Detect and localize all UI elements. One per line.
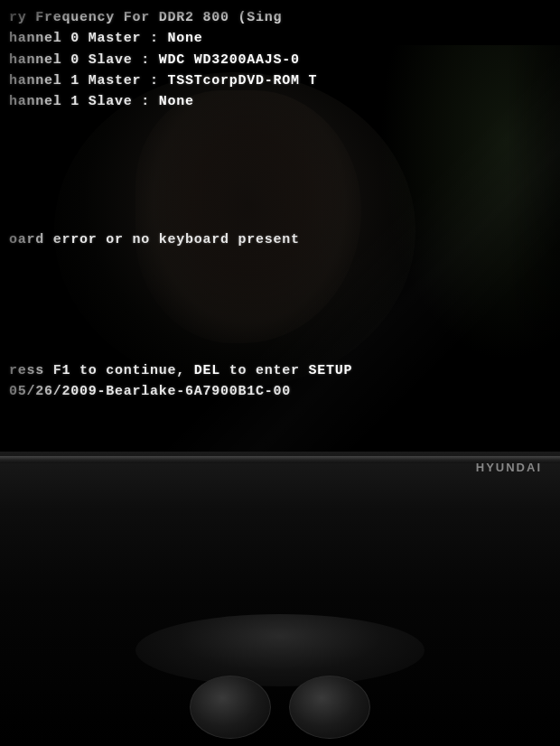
monitor-brand-label: HYUNDAI	[476, 461, 542, 474]
bios-line-ch1-slave: hannel 1 Slave : None	[9, 91, 551, 112]
bios-line-date-string: 05/26/2009-Bearlake-6A7900B1C-00	[9, 381, 551, 402]
bios-line-frequency: ry Frequency For DDR2 800 (Sing	[9, 7, 551, 28]
ch0-slave-label: hannel 0 Slave :	[9, 52, 159, 68]
decor-circle-left	[190, 676, 271, 739]
bios-line-press-f1: ress F1 to continue, DEL to enter SETUP	[9, 360, 551, 381]
keyboard-error-text: oard error or no keyboard present	[9, 232, 300, 247]
brand-text: HYUNDAI	[476, 461, 542, 474]
bios-line-keyboard-error: oard error or no keyboard present	[9, 229, 551, 250]
ch0-master-label: hannel 0 Master :	[9, 31, 168, 46]
continue-text: to continue,	[70, 363, 194, 378]
bottom-decoration	[0, 668, 560, 746]
bios-text-block: ry Frequency For DDR2 800 (Sing hannel 0…	[0, 0, 560, 258]
ch1-master-label: hannel 1 Master :	[9, 73, 168, 89]
ch1-slave-label: hannel 1 Slave :	[9, 94, 159, 109]
bios-date-value: 05/26/2009-Bearlake-6A7900B1C-00	[9, 384, 291, 399]
freq-prefix: ry Frequency For	[9, 10, 159, 25]
del-key: DEL	[194, 363, 220, 378]
setup-text: SETUP	[309, 363, 353, 378]
freq-value: DDR2 800 (Sing	[159, 10, 283, 25]
ch0-master-value: None	[168, 31, 203, 46]
bios-line-ch0-slave: hannel 0 Slave : WDC WD3200AAJS-0	[9, 50, 551, 70]
bios-screen: ry Frequency For DDR2 800 (Sing hannel 0…	[0, 0, 560, 452]
decor-circle-right	[289, 676, 370, 739]
f1-key: F1	[53, 363, 71, 378]
ch1-master-value: TSSTcorpDVD-ROM T	[168, 73, 318, 89]
outer-container: ry Frequency For DDR2 800 (Sing hannel 0…	[0, 0, 560, 746]
bios-line-ch1-master: hannel 1 Master : TSSTcorpDVD-ROM T	[9, 70, 551, 91]
press-prefix: ress	[9, 363, 53, 378]
reflection-space	[9, 112, 551, 229]
ch1-slave-value: None	[159, 94, 194, 109]
ch0-slave-value: WDC WD3200AAJS-0	[159, 52, 300, 68]
enter-text: to enter	[220, 363, 309, 378]
bios-bottom-block: ress F1 to continue, DEL to enter SETUP …	[0, 360, 560, 403]
bios-line-ch0-master: hannel 0 Master : None	[9, 28, 551, 49]
